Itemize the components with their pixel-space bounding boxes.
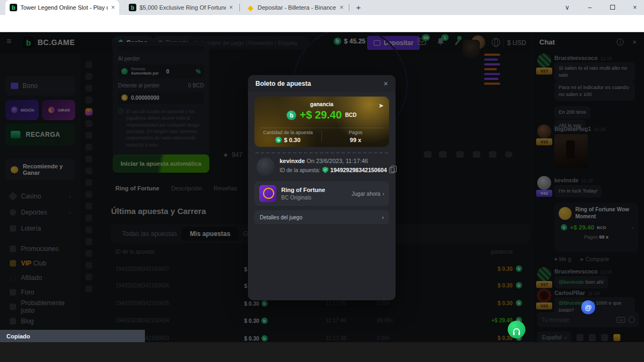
bet-date: On 23/6/2023, 11:17:46 [306, 158, 368, 164]
play-now-link[interactable]: Jugar ahora› [352, 191, 384, 197]
restore-button[interactable] [603, 0, 621, 15]
payout-block: Pagos 99 x [322, 130, 389, 143]
bet-amount-block: Cantidad de la apuesta b$ 0.30 [254, 130, 321, 143]
win-amount: +$ 29.40 [299, 109, 341, 121]
binance-favicon: ◆ [247, 4, 254, 11]
game-thumbnail [259, 185, 276, 202]
tab-close-icon[interactable]: × [111, 4, 115, 11]
live-support-button[interactable] [508, 321, 525, 338]
browser-tab[interactable]: ◆ Depositar - Billetera - Binance × [243, 0, 348, 15]
browser-tab-active[interactable]: b Tower Legend Online Slot - Play o × [5, 0, 119, 15]
game-title: Ring of Fortune [281, 187, 325, 193]
tab-separator [349, 4, 349, 11]
game-provider: BC Originals [281, 195, 325, 201]
bet-user-info: kevinxde On 23/6/2023, 11:17:46 ID de la… [257, 158, 394, 176]
win-currency: BCD [345, 112, 357, 118]
copied-toast: Copiado [0, 330, 145, 342]
dashed-divider [255, 152, 388, 153]
bcgame-favicon: b [10, 4, 17, 11]
modal-header: Boleto de apuesta × [248, 75, 396, 92]
headset-icon [513, 328, 520, 333]
tab-separator [239, 4, 240, 11]
modal-title: Boleto de apuesta [255, 80, 311, 87]
bet-id-value: 194929298342150604 [331, 167, 387, 173]
mention-button[interactable]: @ [581, 300, 595, 314]
copy-icon[interactable] [389, 167, 394, 173]
browser-tab[interactable]: b $5,000 Exclusive Ring Of Fortune × [125, 0, 237, 15]
bet-id-label: ID de la apuesta: [280, 167, 320, 173]
avatar[interactable] [257, 158, 275, 176]
win-card: ganancia ➤ b +$ 29.40 BCD Cantidad de la… [254, 97, 389, 147]
details-label: Detalles del juego [260, 215, 303, 220]
share-icon[interactable]: ➤ [378, 102, 384, 109]
minimize-button[interactable]: – [581, 0, 599, 15]
windows-taskbar: K 19°C Soleado ∧ ESP 11:1823/06/2023 [0, 342, 644, 362]
username[interactable]: kevinxde [280, 158, 305, 164]
tab-close-icon[interactable]: × [229, 4, 233, 11]
browser-tabstrip: b Tower Legend Online Slot - Play o × b … [0, 0, 644, 15]
tab-close-icon[interactable]: × [340, 4, 343, 11]
close-window-button[interactable]: × [626, 0, 644, 15]
tab-title: $5,000 Exclusive Ring Of Fortune [140, 4, 226, 11]
new-tab-button[interactable]: + [353, 2, 364, 13]
verified-shield-icon: ✓ [323, 167, 328, 173]
game-details-row[interactable]: Detalles del juego › [254, 210, 389, 224]
chevron-right-icon: › [383, 191, 384, 197]
tab-search-icon[interactable]: ∨ [558, 0, 576, 15]
browser-toolbar: ← → ↻ bc.game/es/game/ring-of-fortune A … [0, 15, 644, 32]
bet-ticket-modal: Boleto de apuesta × ganancia ➤ b +$ 29.4… [248, 75, 396, 300]
tab-title: Depositar - Billetera - Binance [258, 4, 336, 11]
coin-icon: b [275, 137, 282, 143]
tab-title: Tower Legend Online Slot - Play o [20, 4, 108, 11]
game-row[interactable]: Ring of Fortune BC Originals Jugar ahora… [254, 181, 389, 206]
chevron-right-icon: › [382, 215, 384, 220]
bcd-coin-icon: b [287, 110, 296, 120]
close-modal-icon[interactable]: × [384, 79, 388, 88]
ganancia-label: ganancia [254, 101, 389, 107]
bcgame-favicon: b [129, 4, 136, 11]
